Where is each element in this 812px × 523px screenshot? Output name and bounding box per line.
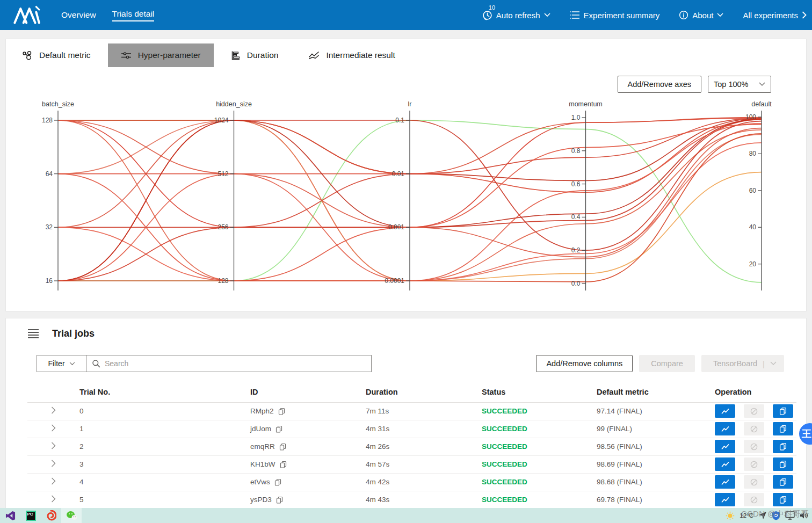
intermediate-result-button[interactable] [715, 422, 735, 435]
taskbar-wechat-icon[interactable] [61, 508, 82, 523]
expand-row-button[interactable] [49, 494, 58, 505]
svg-text:0.0001: 0.0001 [385, 277, 404, 285]
add-remove-columns-button[interactable]: Add/Remove columns [536, 355, 633, 372]
weather-sun-icon[interactable] [726, 511, 735, 520]
block-icon [750, 460, 758, 469]
copy-trial-button[interactable] [773, 404, 793, 418]
kill-trial-button[interactable] [744, 493, 764, 506]
expand-row-button[interactable] [49, 423, 58, 434]
tab-intermediate-result[interactable]: Intermediate result [295, 43, 408, 67]
intermediate-result-button[interactable] [715, 475, 735, 489]
trial-no-cell: 3 [79, 455, 250, 473]
tab-duration[interactable]: Duration [218, 43, 292, 67]
tab-default-metric[interactable]: Default metric [9, 43, 104, 67]
expand-row-button[interactable] [49, 476, 58, 488]
search-box [86, 355, 372, 372]
mini-line-chart-icon [721, 442, 730, 451]
intermediate-result-button[interactable] [715, 404, 735, 418]
all-experiments-link[interactable]: All experiments [743, 11, 807, 20]
copy-icon[interactable] [274, 478, 281, 486]
trial-id: ysPD3 [250, 496, 272, 504]
chevron-right-icon [51, 424, 56, 432]
kill-trial-button[interactable] [744, 457, 764, 471]
svg-text:64: 64 [46, 170, 53, 178]
default-metric-cell: 97.14 (FINAL) [597, 402, 715, 420]
svg-text:512: 512 [218, 170, 228, 178]
nni-logo[interactable] [12, 3, 45, 27]
svg-text:40: 40 [749, 223, 757, 231]
column-default-metric[interactable]: Default metric [597, 382, 715, 402]
copy-trial-button[interactable] [773, 457, 793, 471]
block-icon [750, 425, 758, 433]
intermediate-result-button[interactable] [715, 493, 735, 506]
tensorboard-button[interactable]: TensorBoard | [701, 355, 784, 372]
nav-trials-detail[interactable]: Trials detail [112, 9, 155, 21]
column-trial-no[interactable]: Trial No. [79, 382, 250, 402]
expand-row-button[interactable] [49, 441, 58, 452]
kill-trial-button[interactable] [744, 475, 764, 489]
about-menu[interactable]: About [679, 10, 723, 20]
intermediate-result-button[interactable] [715, 457, 735, 471]
svg-text:momentum: momentum [569, 100, 603, 108]
experiment-summary-button[interactable]: Experiment summary [570, 11, 660, 20]
copy-icon [779, 425, 787, 433]
svg-text:80: 80 [749, 150, 757, 157]
copy-trial-button[interactable] [773, 475, 793, 489]
taskbar-pycharm-icon[interactable]: PC_ [20, 508, 41, 523]
column-status[interactable]: Status [482, 382, 597, 402]
svg-text:0.0: 0.0 [571, 280, 581, 287]
copy-icon[interactable] [278, 408, 285, 415]
column-duration[interactable]: Duration [366, 382, 482, 402]
svg-text:16: 16 [46, 277, 53, 285]
copy-trial-button[interactable] [773, 493, 793, 506]
copy-icon[interactable] [276, 496, 283, 504]
copy-icon[interactable] [279, 443, 286, 451]
top-nav: Overview Trials detail 10 Auto refresh E… [0, 0, 812, 30]
sliders-icon [121, 50, 132, 60]
column-id[interactable]: ID [250, 382, 366, 402]
svg-text:20: 20 [749, 260, 757, 268]
svg-text:0.1: 0.1 [395, 117, 404, 124]
default-metric-cell: 99 (FINAL) [597, 420, 715, 438]
expand-row-button[interactable] [49, 405, 58, 417]
chevron-right-icon [51, 442, 56, 449]
auto-refresh-control[interactable]: 10 Auto refresh [482, 10, 550, 20]
filter-dropdown[interactable]: Filter [37, 355, 86, 372]
block-icon [750, 442, 758, 451]
copy-icon[interactable] [280, 461, 287, 468]
taskbar-shell-app-icon[interactable] [41, 508, 61, 523]
expand-row-button[interactable] [49, 459, 58, 470]
kill-trial-button[interactable] [744, 422, 764, 435]
copy-trial-button[interactable] [773, 422, 793, 435]
kill-trial-button[interactable] [744, 440, 764, 453]
kill-trial-button[interactable] [744, 404, 764, 418]
search-input[interactable] [105, 359, 366, 368]
svg-text:100: 100 [745, 113, 756, 121]
duration-cell: 4m 43s [366, 491, 482, 509]
copy-icon [779, 460, 787, 468]
svg-text:128: 128 [218, 277, 228, 285]
copy-trial-button[interactable] [773, 440, 793, 453]
about-label: About [692, 11, 713, 20]
chevron-down-icon [770, 361, 777, 366]
top-percent-select[interactable]: Top 100% [708, 76, 771, 93]
tab-hyper-parameter[interactable]: Hyper-parameter [108, 43, 214, 67]
svg-text:1024: 1024 [214, 117, 229, 124]
chevron-down-icon [759, 82, 765, 86]
duration-cell: 7m 11s [366, 402, 482, 420]
svg-text:0.01: 0.01 [392, 170, 405, 178]
compare-button[interactable]: Compare [639, 355, 695, 372]
chevron-right-icon [51, 406, 56, 414]
tab-label: Duration [247, 50, 279, 60]
mini-line-chart-icon [721, 407, 730, 415]
duration-cell: 4m 42s [366, 473, 482, 491]
intermediate-result-button[interactable] [715, 440, 735, 453]
chart-controls: Add/Remove axes Top 100% [618, 76, 771, 93]
nav-overview[interactable]: Overview [61, 10, 96, 20]
copy-icon[interactable] [276, 425, 282, 433]
taskbar-visual-studio-icon[interactable] [0, 508, 20, 523]
add-remove-axes-button[interactable]: Add/Remove axes [618, 76, 701, 93]
tab-label: Hyper-parameter [138, 50, 201, 60]
chevron-right-icon [51, 477, 56, 485]
all-experiments-label: All experiments [743, 11, 798, 20]
